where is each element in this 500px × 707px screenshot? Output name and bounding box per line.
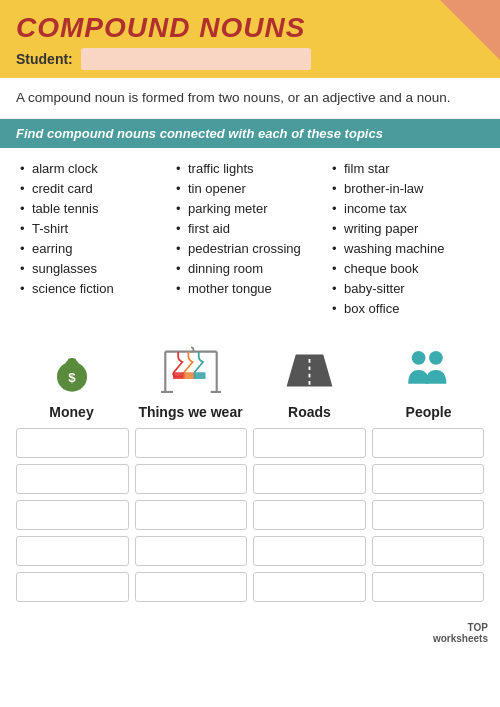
student-row: Student:: [16, 48, 484, 70]
answer-box[interactable]: [372, 428, 485, 458]
list-item: baby-sitter: [328, 278, 484, 298]
answer-box[interactable]: [372, 464, 485, 494]
category-money: $ Money: [16, 340, 127, 420]
answer-box[interactable]: [135, 464, 248, 494]
things-wear-label: Things we wear: [138, 404, 242, 420]
category-roads: Roads: [254, 340, 365, 420]
svg-rect-10: [193, 372, 205, 379]
list-item: pedestrian crossing: [172, 238, 328, 258]
clothes-rack-icon: [161, 340, 221, 400]
people-label: People: [406, 404, 452, 420]
nouns-section: alarm clock credit card table tennis T-s…: [0, 148, 500, 328]
nouns-col-1: alarm clock credit card table tennis T-s…: [16, 158, 172, 318]
svg-point-13: [411, 351, 425, 365]
list-item: cheque book: [328, 258, 484, 278]
answer-box[interactable]: [16, 428, 129, 458]
nouns-col-2: traffic lights tin opener parking meter …: [172, 158, 328, 318]
list-item: science fiction: [16, 278, 172, 298]
roads-label: Roads: [288, 404, 331, 420]
answer-box[interactable]: [253, 500, 366, 530]
nouns-col-3: film star brother-in-law income tax writ…: [328, 158, 484, 318]
list-item: washing machine: [328, 238, 484, 258]
money-icon: $: [42, 340, 102, 400]
answer-box[interactable]: [16, 500, 129, 530]
list-item: earring: [16, 238, 172, 258]
road-icon: [280, 340, 340, 400]
banner-decoration: [440, 0, 500, 60]
categories-section: $ Money: [0, 328, 500, 420]
answer-box[interactable]: [135, 536, 248, 566]
answer-box[interactable]: [135, 572, 248, 602]
answer-box[interactable]: [372, 500, 485, 530]
svg-rect-1: [67, 359, 75, 366]
svg-text:$: $: [68, 370, 76, 385]
answer-box[interactable]: [253, 572, 366, 602]
list-item: alarm clock: [16, 158, 172, 178]
answer-box[interactable]: [253, 428, 366, 458]
answer-box[interactable]: [135, 500, 248, 530]
list-item: brother-in-law: [328, 178, 484, 198]
list-item: mother tongue: [172, 278, 328, 298]
list-item: parking meter: [172, 198, 328, 218]
list-item: first aid: [172, 218, 328, 238]
category-things-wear: Things we wear: [135, 340, 246, 420]
header: COMPOUND NOUNS Student:: [0, 0, 500, 78]
list-item: table tennis: [16, 198, 172, 218]
definition-box: A compound noun is formed from two nouns…: [0, 78, 500, 119]
student-label: Student:: [16, 51, 73, 67]
definition-text: A compound noun is formed from two nouns…: [16, 90, 451, 105]
category-people: People: [373, 340, 484, 420]
list-item: traffic lights: [172, 158, 328, 178]
answer-box[interactable]: [16, 536, 129, 566]
list-item: income tax: [328, 198, 484, 218]
topic-bar: Find compound nouns connected with each …: [0, 119, 500, 148]
answer-box[interactable]: [16, 572, 129, 602]
answer-box[interactable]: [16, 464, 129, 494]
svg-rect-8: [173, 372, 185, 379]
answer-grid: [0, 420, 500, 618]
answer-box[interactable]: [253, 464, 366, 494]
page-title: COMPOUND NOUNS: [16, 12, 484, 44]
answer-box[interactable]: [372, 572, 485, 602]
list-item: sunglasses: [16, 258, 172, 278]
svg-point-14: [429, 351, 443, 365]
answer-box[interactable]: [372, 536, 485, 566]
list-item: film star: [328, 158, 484, 178]
people-icon: [399, 340, 459, 400]
list-item: tin opener: [172, 178, 328, 198]
answer-box[interactable]: [135, 428, 248, 458]
list-item: dinning room: [172, 258, 328, 278]
money-label: Money: [49, 404, 93, 420]
svg-rect-9: [183, 372, 195, 379]
footer-text: TOP worksheets: [433, 622, 488, 644]
list-item: writing paper: [328, 218, 484, 238]
answer-box[interactable]: [253, 536, 366, 566]
list-item: T-shirt: [16, 218, 172, 238]
student-input[interactable]: [81, 48, 311, 70]
list-item: box office: [328, 298, 484, 318]
footer: TOP worksheets: [0, 618, 500, 650]
list-item: credit card: [16, 178, 172, 198]
